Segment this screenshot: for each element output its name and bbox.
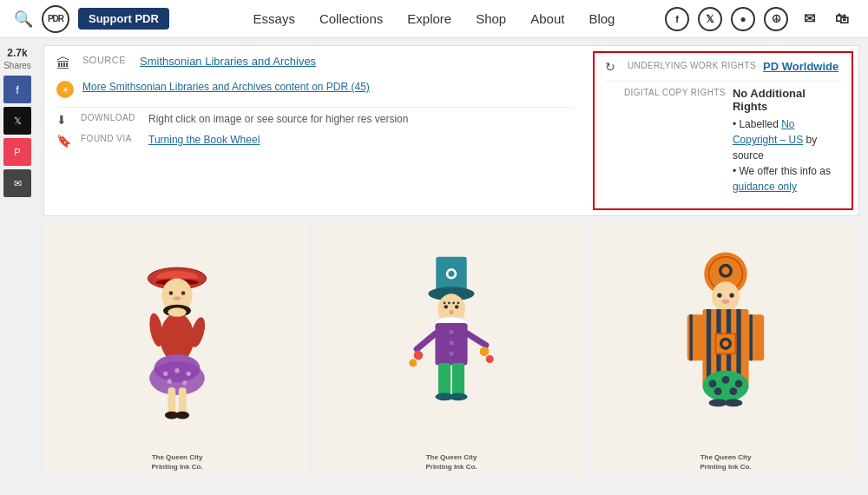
instagram-icon[interactable]: ● <box>731 7 755 31</box>
svg-point-46 <box>414 351 424 360</box>
source-label: SOURCE <box>82 55 126 65</box>
header-right: f 𝕏 ● ☮ ✉ 🛍 <box>665 7 854 31</box>
svg-point-73 <box>709 380 717 387</box>
support-pdr-button[interactable]: Support PDR <box>78 8 169 30</box>
digital-rights-row: DIGITAL COPY RIGHTS No Additional Rights… <box>605 87 841 195</box>
source-icon: 🏛 <box>56 56 74 72</box>
source-row: 🏛 SOURCE Smithsonian Libraries and Archi… <box>56 55 575 72</box>
share-count: 2.7k <box>7 47 27 59</box>
svg-point-19 <box>182 380 187 385</box>
svg-rect-71 <box>749 314 753 360</box>
card-caption-2: The Queen City Printing Ink Co. <box>321 453 582 472</box>
facebook-share-button[interactable]: f <box>3 76 31 103</box>
found-via-link[interactable]: Turning the Book Wheel <box>148 134 260 146</box>
source-link[interactable]: Smithsonian Libraries and Archives <box>140 55 316 68</box>
image-card-1[interactable]: The Queen City Printing Ink Co. <box>43 223 311 475</box>
twitter-share-button[interactable]: 𝕏 <box>3 107 31 135</box>
svg-point-57 <box>717 293 721 297</box>
image-card-2[interactable]: The Queen City Printing Ink Co. <box>318 223 585 475</box>
svg-rect-70 <box>689 314 693 360</box>
found-via-icon: 🔖 <box>56 134 74 148</box>
no-additional-rights-title: No Additional Rights <box>733 87 841 113</box>
svg-rect-61 <box>707 309 711 386</box>
svg-point-74 <box>722 376 730 384</box>
rights-panel: ↻ UNDERLYING WORK RIGHTS PD Worldwide DI… <box>593 51 853 210</box>
nav-blog[interactable]: Blog <box>589 11 615 26</box>
guidance-only-link[interactable]: guidance only <box>733 181 797 193</box>
svg-point-34 <box>444 302 446 305</box>
svg-rect-21 <box>179 387 187 414</box>
pdr-logo[interactable]: PDR <box>42 5 69 33</box>
main-content: 2.7k Shares f 𝕏 P ✉ 🏛 SOURCE Smithsonian… <box>0 38 868 495</box>
underlying-rights-value: PD Worldwide <box>763 60 841 73</box>
svg-point-58 <box>729 293 733 297</box>
svg-point-76 <box>714 387 722 395</box>
facebook-icon[interactable]: f <box>665 7 689 31</box>
svg-point-77 <box>729 387 737 395</box>
search-icon[interactable]: 🔍 <box>14 10 33 29</box>
image-grid: The Queen City Printing Ink Co. <box>43 223 859 475</box>
image-card-3[interactable]: The Queen City Printing Ink Co. <box>592 223 859 475</box>
social-share-sidebar: 2.7k Shares f 𝕏 P ✉ <box>0 38 35 495</box>
svg-point-41 <box>448 351 454 357</box>
nav-shop[interactable]: Shop <box>476 11 506 26</box>
card-caption-1: The Queen City Printing Ink Co. <box>47 453 307 472</box>
no-copyright-us-link[interactable]: No Copyright – US <box>733 118 803 146</box>
nav-about[interactable]: About <box>530 11 564 26</box>
rights-divider <box>605 81 841 82</box>
content-area: 🏛 SOURCE Smithsonian Libraries and Archi… <box>35 38 868 495</box>
header-left: 🔍 PDR Support PDR <box>14 5 169 33</box>
svg-point-15 <box>163 372 168 376</box>
threads-icon[interactable]: ☮ <box>764 7 788 31</box>
doll-svg-2 <box>395 249 508 449</box>
svg-point-49 <box>486 355 494 363</box>
nav-collections[interactable]: Collections <box>319 11 383 26</box>
download-label: DOWNLOAD <box>81 113 141 122</box>
svg-point-37 <box>452 302 455 305</box>
rights-bullet-1: • Labelled No Copyright – US by source <box>733 116 841 163</box>
found-via-label: FOUND VIA <box>81 134 141 143</box>
svg-point-27 <box>448 271 454 277</box>
doll-figure-3: The Queen City Printing Ink Co. <box>592 223 859 475</box>
pd-worldwide-link[interactable]: PD Worldwide <box>763 60 841 73</box>
svg-point-33 <box>449 310 453 314</box>
card-caption-3: The Queen City Printing Ink Co. <box>595 453 856 472</box>
underlying-rights-label: UNDERLYING WORK RIGHTS <box>628 60 756 71</box>
svg-point-48 <box>409 360 417 367</box>
pocket-share-button[interactable]: P <box>3 138 31 166</box>
svg-rect-42 <box>438 363 450 395</box>
email-share-button[interactable]: ✉ <box>3 169 31 197</box>
svg-point-31 <box>444 305 448 308</box>
twitter-x-icon[interactable]: 𝕏 <box>698 7 722 31</box>
svg-rect-43 <box>452 363 464 395</box>
svg-point-75 <box>735 380 743 387</box>
rights-spin-icon: ↻ <box>605 60 621 74</box>
nav-essays[interactable]: Essays <box>253 11 295 26</box>
more-content-link[interactable]: More Smithsonian Libraries and Archives … <box>82 81 370 93</box>
bag-icon[interactable]: 🛍 <box>830 7 854 31</box>
svg-point-55 <box>722 267 730 274</box>
svg-point-16 <box>174 368 179 373</box>
svg-point-23 <box>175 412 189 419</box>
doll-figure-2: The Queen City Printing Ink Co. <box>318 223 585 475</box>
svg-point-36 <box>448 302 450 305</box>
doll-figure-1: The Queen City Printing Ink Co. <box>43 223 311 475</box>
svg-point-32 <box>455 305 458 308</box>
underlying-rights-row: ↻ UNDERLYING WORK RIGHTS PD Worldwide <box>605 60 841 74</box>
main-nav: Essays Collections Explore Shop About Bl… <box>253 11 615 26</box>
svg-point-59 <box>722 300 730 304</box>
download-icon: ⬇ <box>56 113 74 127</box>
svg-line-44 <box>417 333 435 349</box>
mail-icon[interactable]: ✉ <box>797 7 821 31</box>
card-footer-3: The Queen City Printing Ink Co. <box>592 453 859 472</box>
svg-point-56 <box>712 281 740 312</box>
digital-rights-value: No Additional Rights • Labelled No Copyr… <box>733 87 841 195</box>
svg-point-7 <box>174 296 181 300</box>
nav-explore[interactable]: Explore <box>407 11 451 26</box>
doll-svg-1 <box>121 249 233 449</box>
shares-label: Shares <box>3 61 31 70</box>
svg-point-67 <box>722 340 728 346</box>
svg-point-6 <box>181 291 185 294</box>
more-content-row: ☀ More Smithsonian Libraries and Archive… <box>56 81 575 98</box>
rights-bullet-2: • We offer this info as guidance only <box>733 163 841 195</box>
